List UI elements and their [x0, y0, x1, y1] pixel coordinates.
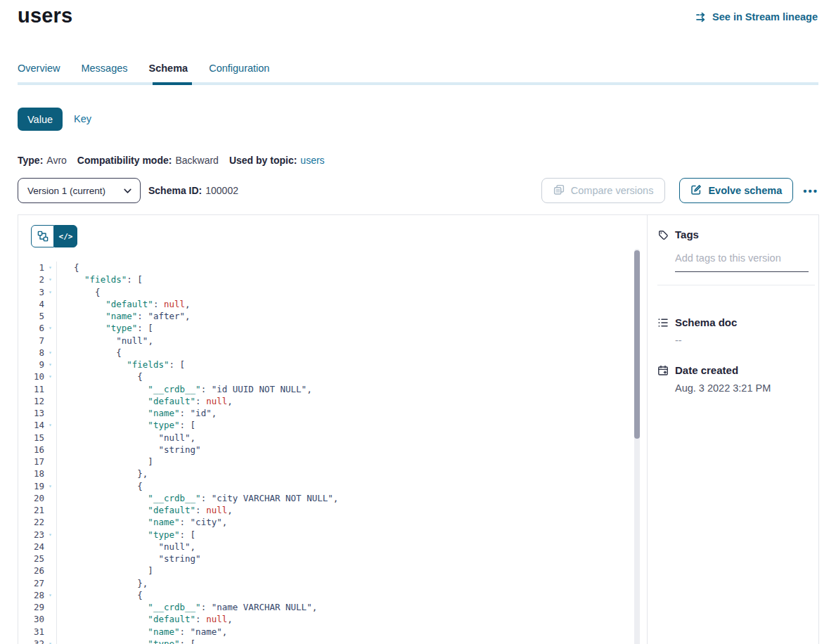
code-line: 29 "__crdb__": "name VARCHAR NULL",	[18, 601, 623, 613]
schema-code-panel: </> 1▾{2▾ "fields": [3▾ {4 "default": nu…	[18, 215, 648, 644]
tags-input[interactable]	[675, 252, 809, 264]
fold-caret-icon[interactable]: ▾	[44, 347, 56, 359]
code-view-icon: </>	[59, 232, 73, 241]
code-line: 31 "name": "name",	[18, 626, 623, 638]
code-view-button[interactable]: </>	[54, 225, 77, 247]
code-line: 10▾ {	[18, 371, 623, 382]
line-number: 6	[18, 322, 44, 334]
code-line: 17 ]	[18, 456, 623, 468]
stream-lineage-link[interactable]: See in Stream lineage	[695, 11, 818, 22]
code-scrollbar-thumb[interactable]	[634, 250, 640, 439]
evolve-schema-icon	[690, 184, 702, 198]
code-text: {	[56, 371, 143, 382]
code-text: "default": null,	[56, 395, 233, 407]
tree-view-button[interactable]	[31, 225, 54, 247]
fold-caret-icon[interactable]: ▾	[44, 529, 56, 541]
fold-caret-icon[interactable]: ▾	[44, 359, 56, 371]
code-text: "type": [	[56, 638, 195, 644]
fold-caret-icon[interactable]: ▾	[44, 589, 56, 601]
fold-caret-empty	[44, 383, 56, 395]
schema-meta-row: Type: Avro Compatibility mode: Backward …	[18, 155, 335, 166]
schema-id-label: Schema ID:	[148, 185, 202, 196]
date-created-value: Aug. 3 2022 3:21 PM	[675, 382, 815, 394]
code-text: "name": "city",	[56, 516, 227, 528]
code-text: {	[56, 262, 79, 273]
fold-caret-icon[interactable]: ▾	[44, 286, 56, 298]
line-number: 24	[18, 541, 44, 553]
value-toggle-button[interactable]: Value	[18, 108, 63, 131]
line-number: 27	[18, 577, 44, 589]
code-line: 30 "default": null,	[18, 613, 623, 625]
code-line: 28▾ {	[18, 589, 623, 601]
code-line: 32▾ "type": [	[18, 638, 623, 644]
line-number: 4	[18, 298, 44, 310]
tag-icon	[657, 229, 669, 240]
fold-caret-empty	[44, 456, 56, 468]
line-number: 32	[18, 638, 44, 644]
line-number: 15	[18, 432, 44, 444]
compare-versions-icon	[553, 184, 565, 198]
line-number: 29	[18, 601, 44, 613]
line-number: 13	[18, 407, 44, 419]
line-number: 16	[18, 444, 44, 456]
fold-caret-icon[interactable]: ▾	[44, 371, 56, 382]
code-text: "null",	[56, 335, 153, 347]
tab-configuration[interactable]: Configuration	[209, 63, 269, 74]
fold-caret-icon[interactable]: ▾	[44, 419, 56, 431]
line-number: 23	[18, 529, 44, 541]
tab-overview[interactable]: Overview	[18, 63, 60, 74]
line-number: 10	[18, 371, 44, 382]
fold-caret-empty	[44, 335, 56, 347]
tab-schema[interactable]: Schema	[149, 63, 188, 74]
fold-caret-empty	[44, 432, 56, 444]
code-text: ]	[56, 565, 153, 577]
tab-bar: Overview Messages Schema Configuration	[18, 63, 269, 74]
fold-caret-icon[interactable]: ▾	[44, 322, 56, 334]
code-text: "__crdb__": "city VARCHAR NOT NULL",	[56, 492, 338, 504]
version-select[interactable]: Version 1 (current)	[18, 178, 141, 203]
type-value: Avro	[46, 155, 67, 166]
fold-caret-empty	[44, 577, 56, 589]
line-number: 3	[18, 286, 44, 298]
code-text: "fields": [	[56, 359, 185, 371]
line-number: 31	[18, 626, 44, 638]
fold-caret-icon[interactable]: ▾	[44, 638, 56, 644]
compare-versions-button[interactable]: Compare versions	[541, 178, 666, 203]
code-text: "string"	[56, 444, 201, 456]
code-scrollbar-track[interactable]	[634, 249, 640, 644]
version-select-value: Version 1 (current)	[27, 186, 105, 196]
code-line: 25 "string"	[18, 553, 623, 565]
sidebar-divider	[657, 285, 815, 285]
code-text: "type": [	[56, 322, 153, 334]
code-line: 2▾ "fields": [	[18, 273, 623, 285]
code-text: {	[56, 347, 122, 359]
code-text: },	[56, 577, 148, 589]
fold-caret-icon[interactable]: ▾	[44, 480, 56, 492]
fold-caret-empty	[44, 504, 56, 516]
schema-sidebar: Tags Schema doc --	[648, 215, 818, 644]
fold-caret-icon[interactable]: ▾	[44, 262, 56, 273]
fold-caret-empty	[44, 444, 56, 456]
fold-caret-icon[interactable]: ▾	[44, 273, 56, 285]
fold-caret-empty	[44, 298, 56, 310]
code-line: 3▾ {	[18, 286, 623, 298]
evolve-schema-button[interactable]: Evolve schema	[679, 178, 793, 203]
code-text: "__crdb__": "name VARCHAR NULL",	[56, 601, 317, 613]
type-label: Type:	[18, 155, 43, 166]
code-text: "default": null,	[56, 613, 233, 625]
code-line: 19▾ {	[18, 480, 623, 492]
code-line: 5 "name": "after",	[18, 310, 623, 322]
code-lines: 1▾{2▾ "fields": [3▾ {4 "default": null,5…	[18, 262, 623, 644]
code-line: 14▾ "type": [	[18, 419, 623, 431]
tab-messages[interactable]: Messages	[81, 63, 127, 74]
key-toggle-link[interactable]: Key	[74, 108, 91, 131]
used-by-topic-link[interactable]: users	[300, 155, 324, 166]
fold-caret-empty	[44, 468, 56, 479]
schema-doc-value: --	[675, 335, 815, 346]
more-actions-button[interactable]: •••	[803, 185, 818, 197]
code-line: 12 "default": null,	[18, 395, 623, 407]
line-number: 18	[18, 468, 44, 479]
date-created-heading-row: Date created	[657, 364, 815, 376]
tree-view-icon	[37, 231, 49, 242]
code-text: "null",	[56, 432, 195, 444]
